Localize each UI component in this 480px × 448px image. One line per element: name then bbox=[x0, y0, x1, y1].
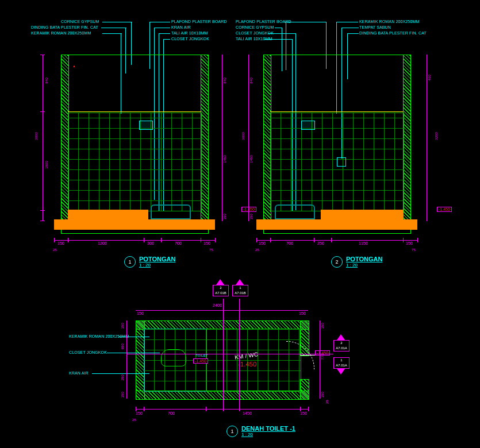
wall-hatch bbox=[201, 55, 209, 222]
dim: 1450 bbox=[243, 411, 252, 415]
section-1-title: 1 POTONGAN 1 : 20 bbox=[124, 256, 175, 268]
dim-tick bbox=[314, 238, 314, 242]
closet-jongkok-1 bbox=[151, 204, 191, 219]
dim: 150 bbox=[321, 392, 324, 397]
section-marker-1: 1A7.01B bbox=[232, 279, 247, 296]
dim: 150 bbox=[137, 311, 144, 315]
anno-sabun: TEMPAT SABUN bbox=[359, 25, 391, 29]
slab-1 bbox=[54, 219, 215, 230]
marker-ref: 2A7.01A bbox=[333, 340, 350, 352]
dim-150h: 150 bbox=[223, 214, 226, 219]
dim: 150 bbox=[259, 241, 266, 245]
marker-ref: 1A7.01A bbox=[333, 357, 350, 369]
dim-line bbox=[54, 240, 215, 241]
triangle-icon bbox=[337, 334, 345, 340]
door-swing-arc bbox=[286, 341, 314, 369]
section-2-title: 2 POTONGAN 1 : 20 bbox=[331, 256, 382, 268]
anno-tali-1: TALI AIR 10X10MM bbox=[171, 31, 208, 35]
bubble-num: 1 bbox=[231, 428, 233, 434]
elev-mark-2b: -1.450 bbox=[437, 207, 452, 212]
anno-dinding-1: DINDING BATA PLESTER FIN. CAT bbox=[31, 25, 98, 29]
dim: 1450 bbox=[249, 155, 253, 163]
dim-tick bbox=[403, 238, 404, 242]
dim: 700 bbox=[286, 241, 293, 245]
dim-line bbox=[136, 409, 308, 410]
leader bbox=[341, 28, 359, 28]
section-cut-h bbox=[126, 354, 333, 354]
section-marker-1r: 1A7.01A bbox=[333, 357, 348, 374]
anno-keramik-1: KERAMIK ROMAN 200X250MM bbox=[31, 31, 91, 35]
dim-tick bbox=[206, 407, 206, 411]
dim: 650 bbox=[121, 343, 124, 349]
leader bbox=[101, 28, 126, 28]
anno-cornice-2: CORNICE GYPSUM bbox=[236, 25, 274, 29]
dim-1450: 1450 bbox=[223, 155, 226, 163]
closet-jongkok-2 bbox=[275, 204, 315, 219]
anno-closet-1: CLOSET JONGKOK bbox=[171, 37, 209, 41]
plan-anno-kran: KRAN AIR bbox=[69, 371, 89, 375]
dim-150b: 150 bbox=[203, 241, 210, 245]
dim-tick bbox=[256, 238, 257, 242]
dim-tick bbox=[40, 210, 45, 211]
leader bbox=[285, 22, 326, 22]
dim-line bbox=[136, 310, 308, 311]
plafond-line bbox=[68, 111, 201, 112]
dim-tick bbox=[40, 221, 45, 221]
dim: 150 bbox=[249, 214, 253, 219]
dim: 400 bbox=[428, 75, 431, 80]
dim-tick bbox=[331, 238, 332, 242]
dim: 1150 bbox=[359, 241, 368, 245]
dim-3000: 3000 bbox=[34, 132, 38, 140]
slab-2 bbox=[256, 219, 417, 230]
dim-75: 75 bbox=[209, 248, 213, 252]
anno-plafond-2: PLAFOND PLASTER BOARD bbox=[236, 20, 291, 24]
dim-840: 840 bbox=[45, 78, 48, 83]
section-2-scale: 1 : 20 bbox=[346, 262, 382, 268]
dim-700: 700 bbox=[175, 241, 182, 245]
dim-1500: 1500 bbox=[45, 161, 48, 169]
dim-tick bbox=[40, 55, 45, 55]
leader bbox=[107, 353, 160, 353]
dim-tick bbox=[215, 238, 216, 242]
dim: 3200 bbox=[435, 132, 438, 140]
leader bbox=[118, 337, 149, 337]
vent-box bbox=[139, 121, 153, 130]
cad-drawing-canvas: CORNICE GYPSUM DINDING BATA PLESTER FIN.… bbox=[0, 0, 480, 448]
dim-tick bbox=[300, 407, 301, 411]
dim: 75 bbox=[412, 248, 416, 252]
section-1-scale: 1 : 20 bbox=[139, 262, 175, 268]
dim-tick bbox=[417, 238, 418, 242]
dim-2400: 2400 bbox=[213, 303, 222, 307]
floor-step-2 bbox=[321, 210, 403, 220]
dim-line-v bbox=[320, 320, 320, 399]
plan-elev-2: -1.450 bbox=[238, 361, 257, 368]
marker-ref: 2A7.01B bbox=[213, 285, 229, 296]
dim: 150 bbox=[299, 311, 306, 315]
leader bbox=[275, 28, 282, 28]
dim-tick bbox=[136, 407, 136, 411]
dim-150: 150 bbox=[57, 241, 64, 245]
plan-title: 1 DENAH TOILET -1 1 : 20 bbox=[226, 425, 295, 437]
leader bbox=[347, 33, 359, 34]
dim: 700 bbox=[168, 411, 175, 415]
tile-field-1 bbox=[68, 113, 202, 211]
dim-tick bbox=[54, 238, 55, 242]
leader bbox=[154, 28, 170, 28]
dim-line bbox=[256, 240, 417, 241]
dim-line-v bbox=[427, 55, 427, 221]
toilet-plan bbox=[161, 349, 186, 366]
dim: 150 bbox=[321, 323, 324, 329]
dim-tick bbox=[308, 407, 309, 411]
dim: 150 bbox=[121, 392, 124, 397]
section-marker-2r: 2A7.01A bbox=[333, 334, 348, 352]
dim-1200: 1200 bbox=[98, 241, 107, 245]
dim: 250 bbox=[317, 241, 324, 245]
dim: 775 bbox=[321, 354, 324, 360]
dim-tick bbox=[144, 238, 144, 242]
floor-step-1 bbox=[68, 210, 148, 220]
dim: 150 bbox=[121, 323, 124, 329]
section-cut-v2 bbox=[239, 299, 240, 411]
dim-tick bbox=[270, 238, 271, 242]
dim: 150 bbox=[136, 411, 143, 415]
leader bbox=[163, 39, 170, 40]
